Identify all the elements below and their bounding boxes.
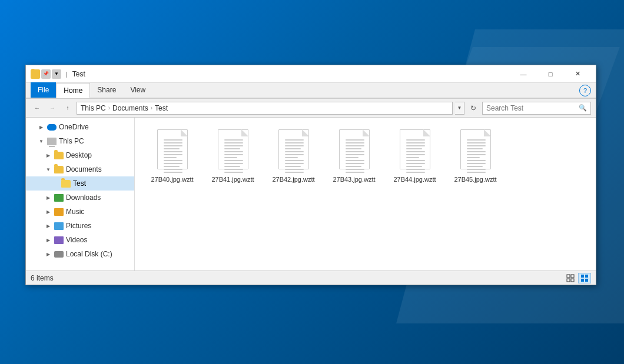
file-line — [224, 145, 243, 146]
file-area[interactable]: 27B40.jpg.wztt — [135, 118, 596, 271]
file-line — [346, 145, 364, 146]
file-line — [164, 145, 182, 146]
file-line — [406, 139, 425, 141]
pictures-toggle[interactable]: ▶ — [45, 222, 52, 229]
file-line — [224, 172, 243, 173]
file-line — [164, 139, 182, 141]
file-line — [164, 148, 180, 149]
sidebar-item-documents[interactable]: ▼ Documents — [26, 162, 134, 176]
forward-button[interactable]: → — [46, 102, 59, 115]
file-line — [224, 151, 243, 152]
search-icon[interactable]: 🔍 — [579, 104, 587, 112]
sidebar-label-local-disk: Local Disk (C:) — [66, 250, 112, 258]
search-box[interactable]: 🔍 — [482, 102, 591, 115]
local-disk-toggle[interactable]: ▶ — [45, 251, 52, 258]
file-line — [224, 160, 243, 161]
back-button[interactable]: ← — [31, 102, 44, 115]
view-grid-button[interactable] — [564, 273, 577, 283]
file-line — [285, 166, 301, 167]
up-button[interactable]: ↑ — [61, 102, 74, 115]
file-icon-lines — [406, 139, 425, 175]
sidebar-label-music: Music — [66, 208, 84, 216]
file-line — [467, 157, 480, 158]
address-bar: ← → ↑ This PC › Documents › Test ▼ ↻ 🔍 — [26, 99, 596, 118]
svg-rect-4 — [581, 275, 584, 278]
items-count: 6 items — [31, 274, 54, 282]
svg-rect-6 — [581, 279, 584, 282]
sidebar-item-this-pc[interactable]: ▼ This PC — [26, 134, 134, 148]
file-icon-lines — [467, 139, 486, 175]
this-pc-toggle[interactable]: ▼ — [38, 138, 45, 145]
sidebar-item-downloads[interactable]: ▶ Downloads — [26, 191, 134, 205]
music-toggle[interactable]: ▶ — [45, 208, 52, 215]
file-icon-lines — [164, 139, 182, 175]
view-large-icon-button[interactable] — [578, 273, 591, 283]
address-dropdown[interactable]: ▼ — [455, 102, 464, 115]
file-line — [346, 169, 364, 170]
sidebar-label-videos: Videos — [66, 236, 87, 244]
sidebar-item-desktop[interactable]: ▶ Desktop — [26, 148, 134, 162]
file-line — [224, 139, 243, 141]
svg-rect-5 — [585, 275, 588, 278]
refresh-button[interactable]: ↻ — [467, 102, 480, 115]
qs-folder-icon[interactable] — [31, 69, 40, 79]
onedrive-toggle[interactable]: ▶ — [38, 123, 45, 131]
file-corner — [181, 129, 188, 136]
sidebar-item-onedrive[interactable]: ▶ OneDrive — [26, 120, 134, 134]
minimize-button[interactable]: — — [510, 65, 537, 83]
window-controls: — □ ✕ — [510, 65, 591, 83]
file-name: 27B43.jpg.wztt — [333, 175, 375, 183]
file-icon — [155, 129, 190, 172]
qs-dropdown-button[interactable]: ▼ — [52, 69, 61, 79]
drive-icon — [54, 251, 64, 258]
sidebar-item-pictures[interactable]: ▶ Pictures — [26, 219, 134, 233]
ribbon-tabs: File Home Share View ? — [26, 83, 596, 98]
file-item[interactable]: 27B43.jpg.wztt — [326, 125, 382, 188]
desktop-toggle[interactable]: ▶ — [45, 152, 52, 159]
file-line — [285, 148, 301, 149]
ribbon: File Home Share View ? — [26, 83, 596, 99]
tab-view[interactable]: View — [123, 82, 152, 98]
svg-rect-7 — [585, 279, 588, 282]
file-line — [406, 169, 425, 170]
documents-toggle[interactable]: ▼ — [45, 166, 52, 173]
file-item[interactable]: 27B41.jpg.wztt — [205, 125, 261, 188]
file-line — [467, 166, 483, 167]
sidebar-item-local-disk[interactable]: ▶ Local Disk (C:) — [26, 247, 134, 261]
file-icon — [458, 129, 493, 172]
qs-pin-button[interactable]: 📌 — [41, 69, 51, 79]
help-button[interactable]: ? — [579, 85, 591, 96]
file-item[interactable]: 27B45.jpg.wztt — [447, 125, 503, 188]
file-line — [285, 142, 304, 143]
file-line — [224, 157, 237, 158]
tab-file[interactable]: File — [31, 82, 56, 98]
close-button[interactable]: ✕ — [564, 65, 591, 83]
path-segment-test[interactable]: Test — [155, 104, 168, 112]
file-line — [467, 148, 483, 149]
test-folder-icon — [61, 180, 71, 188]
path-arrow-1: › — [108, 105, 110, 111]
sidebar: ▶ OneDrive ▼ This PC ▶ Desktop ▼ Documen… — [26, 118, 135, 271]
downloads-toggle[interactable]: ▶ — [45, 194, 52, 201]
file-item[interactable]: 27B42.jpg.wztt — [265, 125, 321, 188]
content-area: ▶ OneDrive ▼ This PC ▶ Desktop ▼ Documen… — [26, 118, 596, 271]
address-path[interactable]: This PC › Documents › Test — [77, 102, 453, 115]
file-icon — [337, 129, 372, 172]
file-line — [346, 172, 364, 173]
sidebar-item-test[interactable]: Test — [26, 176, 134, 191]
file-item[interactable]: 27B40.jpg.wztt — [144, 125, 200, 188]
path-segment-this-pc[interactable]: This PC — [81, 104, 106, 112]
tab-home[interactable]: Home — [56, 83, 90, 98]
path-segment-documents[interactable]: Documents — [112, 104, 148, 112]
sidebar-label-test: Test — [73, 179, 86, 188]
sidebar-item-videos[interactable]: ▶ Videos — [26, 233, 134, 247]
sidebar-item-music[interactable]: ▶ Music — [26, 205, 134, 219]
videos-toggle[interactable]: ▶ — [45, 236, 52, 243]
file-line — [346, 148, 361, 149]
tab-share[interactable]: Share — [90, 82, 123, 98]
svg-rect-3 — [571, 279, 574, 282]
file-line — [467, 145, 486, 146]
file-item[interactable]: 27B44.jpg.wztt — [387, 125, 443, 188]
maximize-button[interactable]: □ — [537, 65, 564, 83]
search-input[interactable] — [486, 104, 576, 112]
